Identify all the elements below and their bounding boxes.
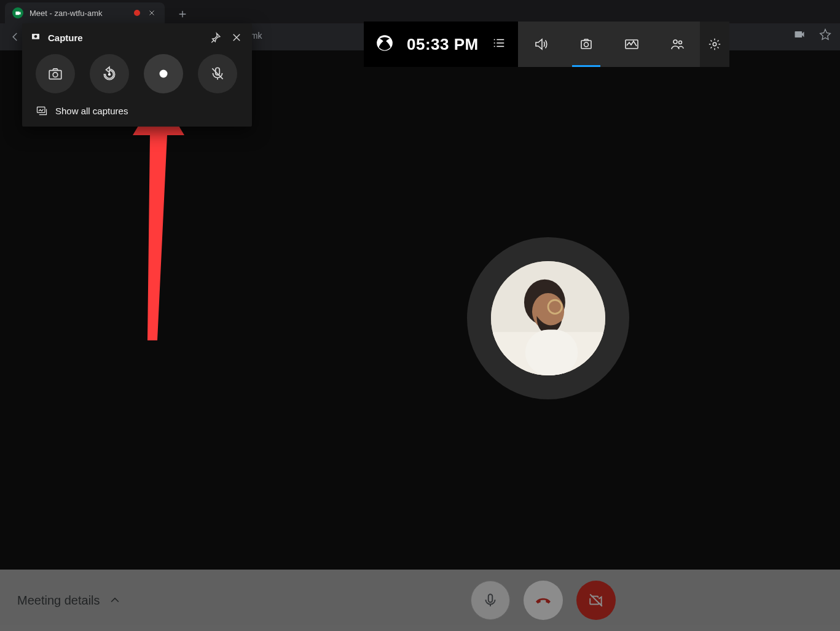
xbox-game-bar: 05:33 PM bbox=[364, 22, 729, 67]
close-icon bbox=[231, 32, 242, 43]
star-icon[interactable] bbox=[819, 28, 831, 43]
gamebar-left: 05:33 PM bbox=[364, 22, 518, 67]
social-icon bbox=[670, 37, 685, 52]
svg-point-13 bbox=[713, 42, 716, 46]
toggle-camera-button[interactable] bbox=[576, 581, 616, 620]
svg-point-17 bbox=[53, 73, 58, 77]
meeting-details-label: Meeting details bbox=[17, 594, 100, 608]
capture-header: Capture bbox=[22, 23, 252, 50]
mic-off-icon bbox=[210, 66, 226, 82]
record-icon bbox=[155, 66, 171, 82]
meet-favicon-icon bbox=[12, 7, 23, 18]
gamebar-time: 05:33 PM bbox=[407, 35, 479, 54]
call-controls bbox=[471, 581, 616, 620]
screenshot-button[interactable] bbox=[36, 54, 75, 93]
pin-icon bbox=[210, 32, 221, 43]
new-tab-button[interactable] bbox=[173, 5, 192, 23]
performance-icon bbox=[624, 37, 639, 52]
microphone-icon bbox=[482, 592, 498, 608]
browser-tab-bar: Meet - zan-wtfu-amk bbox=[0, 0, 840, 23]
svg-point-12 bbox=[678, 41, 681, 44]
capture-buttons bbox=[22, 50, 252, 102]
svg-point-18 bbox=[108, 73, 111, 76]
capture-pin-button[interactable] bbox=[209, 31, 222, 44]
xbox-icon[interactable] bbox=[376, 34, 393, 54]
audio-icon bbox=[533, 37, 548, 52]
svg-rect-5 bbox=[525, 330, 578, 375]
svg-point-19 bbox=[160, 70, 168, 78]
start-recording-button[interactable] bbox=[144, 54, 183, 93]
svg-rect-16 bbox=[49, 71, 61, 79]
capture-widget-icon bbox=[31, 31, 41, 44]
svg-rect-8 bbox=[581, 41, 591, 49]
participant-avatar bbox=[491, 261, 605, 375]
capture-icon bbox=[579, 37, 594, 52]
hang-up-button[interactable] bbox=[524, 581, 563, 620]
camera-off-icon bbox=[588, 592, 604, 608]
gallery-icon bbox=[36, 104, 48, 117]
capture-widget: Capture Show all captures bbox=[22, 23, 252, 127]
gamebar-capture-button[interactable] bbox=[563, 22, 609, 67]
svg-point-11 bbox=[673, 40, 677, 44]
svg-point-15 bbox=[34, 35, 37, 38]
record-last-button[interactable] bbox=[90, 54, 129, 93]
gamebar-widgets bbox=[518, 22, 700, 67]
participant-avatar-ring bbox=[467, 237, 629, 399]
show-all-captures-button[interactable]: Show all captures bbox=[22, 102, 252, 118]
tab-title: Meet - zan-wtfu-amk bbox=[29, 9, 128, 18]
meet-stage bbox=[0, 50, 840, 568]
capture-title: Capture bbox=[48, 33, 202, 43]
capture-close-button[interactable] bbox=[230, 31, 243, 44]
gamebar-social-button[interactable] bbox=[654, 22, 700, 67]
chevron-up-icon bbox=[109, 594, 121, 606]
svg-rect-6 bbox=[488, 594, 492, 602]
tab-close-button[interactable] bbox=[146, 7, 157, 18]
meeting-details-button[interactable]: Meeting details bbox=[17, 594, 121, 608]
mic-toggle-button[interactable] bbox=[198, 54, 237, 93]
replay-icon bbox=[101, 66, 117, 82]
recording-indicator-icon bbox=[134, 10, 140, 16]
svg-point-9 bbox=[584, 42, 588, 47]
camera-icon[interactable] bbox=[793, 28, 806, 43]
show-all-captures-label: Show all captures bbox=[55, 106, 128, 116]
meet-bottom-bar: Meeting details bbox=[0, 570, 840, 631]
screenshot-icon bbox=[47, 66, 63, 82]
gamebar-audio-button[interactable] bbox=[518, 22, 563, 67]
mute-mic-button[interactable] bbox=[471, 581, 510, 620]
browser-tab[interactable]: Meet - zan-wtfu-amk bbox=[5, 2, 165, 23]
gamebar-widgets-menu[interactable] bbox=[492, 36, 506, 52]
hang-up-icon bbox=[535, 592, 551, 608]
gear-icon bbox=[708, 37, 721, 51]
gamebar-settings-button[interactable] bbox=[700, 22, 729, 67]
gamebar-performance-button[interactable] bbox=[609, 22, 654, 67]
